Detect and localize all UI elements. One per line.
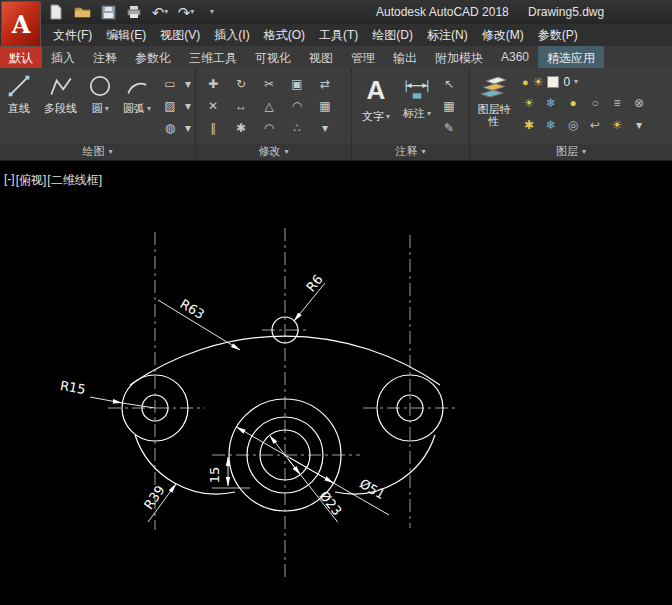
explode-tool-icon[interactable]: ✱ — [230, 117, 252, 139]
application-menu-button[interactable]: A — [1, 1, 41, 47]
r6-label: R6 — [303, 272, 326, 295]
menu-draw[interactable]: 绘图(D) — [365, 24, 420, 47]
layer-unisolate-icon[interactable]: ○ — [584, 92, 606, 114]
circle-tool-button[interactable]: 圆 ▾ — [83, 68, 117, 143]
menu-parametric[interactable]: 参数(P) — [531, 24, 585, 47]
offset-tool-icon[interactable]: ∥ — [202, 117, 224, 139]
tab-3d-tools[interactable]: 三维工具 — [180, 46, 246, 68]
dimension-dropdown-icon[interactable]: ▾ — [427, 110, 431, 118]
dimension-tool-button[interactable]: 标注 ▾ — [396, 68, 438, 143]
undo-icon: ↶ — [152, 5, 165, 20]
modify-panel-title[interactable]: 修改 ▾ — [196, 143, 351, 160]
drawing-canvas[interactable]: R63 R6 R15 R39 15 Ø51 Ø23 — [0, 161, 672, 605]
rotate-tool-icon[interactable]: ↻ — [230, 73, 252, 95]
menu-modify[interactable]: 修改(M) — [475, 24, 531, 47]
viewport-controls: [-] [俯视] [二维线框] — [4, 172, 103, 189]
tab-output[interactable]: 输出 — [384, 46, 426, 68]
text-tool-button[interactable]: A 文字 ▾ — [356, 68, 396, 143]
line-tool-button[interactable]: 直线 — [0, 68, 38, 143]
arc-tool-button[interactable]: 圆弧 ▾ — [117, 68, 157, 143]
stretch-tool-icon[interactable]: ↔ — [230, 95, 252, 117]
menu-format[interactable]: 格式(O) — [257, 24, 312, 47]
layer-freeze-all-icon[interactable]: ❄ — [540, 114, 562, 136]
qat-menu-icon: ▾ — [210, 8, 214, 16]
layer-more-icon[interactable]: ▾ — [628, 114, 650, 136]
quick-access-toolbar: ↶ ▾ ↷ ▾ ▾ — [46, 2, 222, 22]
draw-panel-expand-icon: ▾ — [108, 148, 112, 156]
menu-insert[interactable]: 插入(I) — [207, 24, 256, 47]
viewport-minimize-control[interactable]: [-] — [4, 172, 15, 189]
blend-tool-icon[interactable]: ◠ — [258, 117, 280, 139]
menu-view[interactable]: 视图(V) — [153, 24, 207, 47]
layer-prev-icon[interactable]: ↩ — [584, 114, 606, 136]
layer-dropdown[interactable]: ● ☀ 0 ▾ — [522, 72, 650, 92]
array-tool-icon[interactable]: ▦ — [314, 95, 336, 117]
layer-walk-icon[interactable]: ✱ — [518, 114, 540, 136]
viewport-visual-style-control[interactable]: [二维线框] — [47, 172, 102, 189]
redo-dropdown-icon[interactable]: ▾ — [190, 8, 194, 16]
scale-tool-icon[interactable]: △ — [258, 95, 280, 117]
save-button[interactable] — [98, 2, 118, 22]
layers-panel-title[interactable]: 图层 ▾ — [470, 143, 672, 160]
right-r39-fillet-arc — [335, 435, 435, 494]
layer-state-icon[interactable]: ◎ — [562, 114, 584, 136]
ellipse-dropdown-icon[interactable]: ▾ — [181, 117, 195, 139]
polyline-tool-button[interactable]: 多段线 — [38, 68, 84, 143]
menu-dimension[interactable]: 标注(N) — [420, 24, 475, 47]
tab-insert[interactable]: 插入 — [42, 46, 84, 68]
region-tool-icon[interactable]: ∴ — [286, 117, 308, 139]
layer-lock-icon[interactable]: ⊗ — [628, 92, 650, 114]
tab-add-ins[interactable]: 附加模块 — [426, 46, 492, 68]
dia51-label: Ø51 — [357, 476, 388, 502]
tab-featured-apps[interactable]: 精选应用 — [538, 46, 604, 68]
hatch-dropdown-icon[interactable]: ▾ — [181, 95, 195, 117]
mirror-tool-icon[interactable]: ⇄ — [314, 73, 336, 95]
rectangle-dropdown-icon[interactable]: ▾ — [181, 73, 195, 95]
annotation-panel-expand-icon: ▾ — [421, 148, 425, 156]
menu-edit[interactable]: 编辑(E) — [99, 24, 153, 47]
leader-tool-icon[interactable]: ↖ — [438, 73, 460, 95]
menu-tools[interactable]: 工具(T) — [312, 24, 365, 47]
arc-dropdown-icon[interactable]: ▾ — [147, 105, 151, 113]
hatch-tool-icon[interactable]: ▨ — [159, 95, 181, 117]
draw-panel-title[interactable]: 绘图 ▾ — [0, 143, 195, 160]
tab-home[interactable]: 默认 — [0, 46, 42, 68]
layer-isolate-icon[interactable]: ● — [562, 92, 584, 114]
rectangle-tool-icon[interactable]: ▭ — [159, 73, 181, 95]
move-tool-icon[interactable]: ✚ — [202, 73, 224, 95]
ellipse-tool-icon[interactable]: ◍ — [159, 117, 181, 139]
tab-view[interactable]: 视图 — [300, 46, 342, 68]
product-name: Autodesk AutoCAD 2018 — [376, 5, 509, 19]
plot-button[interactable] — [124, 2, 144, 22]
modify-more-icon[interactable]: ▾ — [314, 117, 336, 139]
viewport-view-control[interactable]: [俯视] — [16, 172, 47, 189]
layer-match-icon[interactable]: ≡ — [606, 92, 628, 114]
text-dropdown-icon[interactable]: ▾ — [386, 113, 390, 121]
layer-on-off-icon[interactable]: ☀ — [518, 92, 540, 114]
fillet-tool-icon[interactable]: ◠ — [286, 95, 308, 117]
undo-dropdown-icon[interactable]: ▾ — [164, 8, 168, 16]
copy-tool-icon[interactable]: ▣ — [286, 73, 308, 95]
left-r39-fillet-arc — [135, 435, 235, 494]
circle-dropdown-icon[interactable]: ▾ — [105, 105, 109, 113]
tab-annotate[interactable]: 注释 — [84, 46, 126, 68]
open-file-button[interactable] — [72, 2, 92, 22]
qat-customize-button[interactable]: ▾ — [202, 2, 222, 22]
table-tool-icon[interactable]: ▦ — [438, 95, 460, 117]
trim-tool-icon[interactable]: ✂ — [258, 73, 280, 95]
tab-manage[interactable]: 管理 — [342, 46, 384, 68]
redo-button[interactable]: ↷ ▾ — [176, 2, 196, 22]
tab-visualize[interactable]: 可视化 — [246, 46, 300, 68]
text-style-icon[interactable]: ✎ — [438, 117, 460, 139]
new-file-button[interactable] — [46, 2, 66, 22]
layer-properties-button[interactable]: 图层特性 — [470, 68, 518, 143]
undo-button[interactable]: ↶ ▾ — [150, 2, 170, 22]
layer-merge-icon[interactable]: ☀ — [606, 114, 628, 136]
annotation-panel-title[interactable]: 注释 ▾ — [352, 143, 469, 160]
tab-parametric[interactable]: 参数化 — [126, 46, 180, 68]
tab-a360[interactable]: A360 — [492, 46, 538, 68]
polyline-tool-label: 多段线 — [44, 101, 77, 116]
menu-file[interactable]: 文件(F) — [46, 24, 99, 47]
erase-tool-icon[interactable]: ✕ — [202, 95, 224, 117]
layer-freeze-icon[interactable]: ❄ — [540, 92, 562, 114]
